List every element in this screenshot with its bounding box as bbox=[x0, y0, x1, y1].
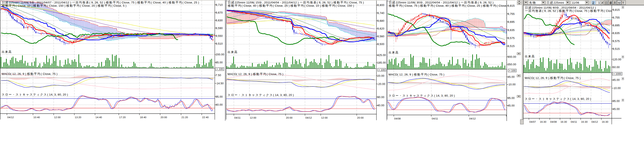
svg-text:× 100: × 100 bbox=[216, 68, 223, 70]
svg-text:04/11: 04/11 bbox=[571, 120, 577, 123]
svg-text:9,510: 9,510 bbox=[216, 42, 223, 45]
svg-text:04/12: 04/12 bbox=[592, 120, 598, 123]
svg-text:× 100: × 100 bbox=[509, 69, 516, 72]
svg-text:04/12: 04/12 bbox=[306, 116, 312, 119]
svg-text:-10.00: -10.00 bbox=[613, 87, 621, 90]
svg-text:7.50: 7.50 bbox=[216, 74, 221, 77]
svg-text:45.00: 45.00 bbox=[613, 78, 620, 82]
svg-text:MACD( 12, 26, 9 ) 移動平均( Close: MACD( 12, 26, 9 ) 移動平均( Close, 75 ) bbox=[2, 72, 58, 76]
svg-text:日: 日 bbox=[605, 1, 608, 4]
svg-text:スロー・ストキャスティクス( 14, 3, 80, 20 ): スロー・ストキャスティクス( 14, 3, 80, 20 ) bbox=[388, 94, 455, 97]
svg-text:× 100: × 100 bbox=[378, 68, 385, 71]
svg-text:120.00: 120.00 bbox=[613, 58, 621, 61]
svg-text:45.00: 45.00 bbox=[613, 108, 620, 111]
svg-text:9,755: 9,755 bbox=[508, 12, 515, 16]
svg-text:20:00: 20:00 bbox=[286, 116, 292, 119]
svg-text:出来高: 出来高 bbox=[388, 51, 399, 54]
svg-text:-10.00: -10.00 bbox=[508, 83, 516, 86]
svg-text:9,515: 9,515 bbox=[613, 48, 620, 50]
svg-text:85.00: 85.00 bbox=[216, 61, 223, 64]
svg-text:出来高: 出来高 bbox=[525, 55, 535, 58]
svg-text:04/08: 04/08 bbox=[394, 117, 401, 120]
svg-text:9,695: 9,695 bbox=[613, 24, 620, 27]
svg-text:10:40: 10:40 bbox=[34, 116, 40, 118]
svg-text:T: T bbox=[622, 1, 624, 4]
svg-text:-14.50: -14.50 bbox=[216, 82, 224, 85]
svg-text:MACD( 12, 26, 9 ) 移動平均( Close: MACD( 12, 26, 9 ) 移動平均( Close, 75 ) bbox=[525, 76, 581, 80]
svg-text:日経225mini 11/06( 15分, 2011/04/: 日経225mini 11/06( 15分, 2011/04/04 - 2011/… bbox=[228, 1, 364, 4]
svg-text:分: 分 bbox=[618, 1, 621, 4]
svg-text:50.00: 50.00 bbox=[613, 66, 620, 69]
svg-text:出来高: 出来高 bbox=[228, 50, 238, 54]
svg-text:9,560: 9,560 bbox=[378, 35, 384, 38]
svg-text:185.00: 185.00 bbox=[378, 61, 386, 64]
svg-text:9,635: 9,635 bbox=[613, 32, 620, 35]
svg-text:18:40: 18:40 bbox=[140, 116, 146, 118]
svg-text:9,695: 9,695 bbox=[508, 20, 515, 24]
svg-text:9,755: 9,755 bbox=[613, 16, 620, 19]
svg-text:17:20: 17:20 bbox=[119, 116, 126, 118]
svg-text:出来高: 出来高 bbox=[2, 50, 12, 54]
svg-text:20.00: 20.00 bbox=[378, 74, 384, 78]
svg-text:9,500: 9,500 bbox=[378, 43, 384, 46]
svg-text:14:40: 14:40 bbox=[96, 116, 102, 118]
svg-text:12:00: 12:00 bbox=[54, 116, 60, 118]
svg-text:先物: 先物 bbox=[529, 1, 536, 4]
svg-text:45.00: 45.00 bbox=[508, 76, 515, 78]
svg-text:350.00: 350.00 bbox=[508, 63, 516, 66]
svg-text:16:30: 16:30 bbox=[602, 120, 608, 123]
svg-text:9,575: 9,575 bbox=[613, 40, 620, 43]
svg-text:スロー・ストキャスティクス( 14, 3, 80, 20 ): スロー・ストキャスティクス( 14, 3, 80, 20 ) bbox=[228, 94, 294, 96]
svg-text:9,670: 9,670 bbox=[216, 11, 223, 14]
svg-text:40.00: 40.00 bbox=[378, 104, 384, 107]
svg-text:425.00: 425.00 bbox=[378, 54, 386, 57]
svg-text:日経225mini 11/06( 30分, 2011/04/: 日経225mini 11/06( 30分, 2011/04/04 - 2011/… bbox=[389, 1, 494, 4]
svg-text:95.00: 95.00 bbox=[508, 96, 515, 100]
svg-text:移動平均( Close, 40 ) 移動平均( Close: 移動平均( Close, 40 ) 移動平均( Close, 25 ) 移動平均… bbox=[228, 4, 354, 7]
svg-text:MACD( 12, 26, 9 ) 移動平均( Close: MACD( 12, 26, 9 ) 移動平均( Close, 75 ) bbox=[388, 73, 444, 76]
svg-text:1: 1 bbox=[598, 1, 600, 4]
svg-text:04/08: 04/08 bbox=[550, 120, 557, 123]
svg-text:20:00: 20:00 bbox=[357, 116, 364, 119]
svg-text:12:00: 12:00 bbox=[250, 116, 256, 119]
svg-text:16:30: 16:30 bbox=[540, 120, 546, 123]
svg-text:9,740: 9,740 bbox=[378, 12, 384, 15]
svg-text:9,515: 9,515 bbox=[508, 45, 515, 48]
svg-text:21:20: 21:20 bbox=[182, 116, 188, 118]
svg-text:90.00: 90.00 bbox=[378, 96, 384, 99]
svg-text:40.00: 40.00 bbox=[216, 103, 223, 106]
svg-text:日経225mini 11/06( 5分, 2011/04/0: 日経225mini 11/06( 5分, 2011/04/07 - 2011/0… bbox=[2, 1, 199, 4]
svg-text:16:30: 16:30 bbox=[581, 120, 588, 123]
svg-text:スロー・ストキャスティクス( 14, 3, 80, 20 ): スロー・ストキャスティクス( 14, 3, 80, 20 ) bbox=[2, 93, 68, 96]
svg-text:95.00: 95.00 bbox=[216, 95, 223, 98]
svg-text:9,800: 9,800 bbox=[378, 4, 384, 7]
svg-text:一目均衡表( 9, 26, 52 ) 移動平均( Clos: 一目均衡表( 9, 26, 52 ) 移動平均( Close, 75 ) 移動平… bbox=[525, 9, 619, 12]
svg-text:9,590: 9,590 bbox=[216, 27, 223, 30]
svg-text:16:30: 16:30 bbox=[560, 120, 567, 123]
svg-text:移動平均( Close, 10 ) 移動平均( Close: 移動平均( Close, 10 ) 移動平均( Close, 150 ) 移動平… bbox=[2, 4, 126, 7]
svg-text:45.00: 45.00 bbox=[508, 104, 515, 107]
svg-text:月: 月 bbox=[614, 1, 617, 4]
svg-text:04/11: 04/11 bbox=[432, 117, 438, 120]
svg-text:-20.00: -20.00 bbox=[378, 82, 385, 86]
svg-text:9,635: 9,635 bbox=[508, 29, 515, 32]
svg-text:9,630: 9,630 bbox=[216, 19, 223, 22]
svg-text:11/06: 11/06 bbox=[572, 1, 579, 4]
svg-text:× 1000: × 1000 bbox=[614, 72, 621, 75]
svg-text:04/11: 04/11 bbox=[234, 116, 240, 119]
svg-text:9,815: 9,815 bbox=[613, 8, 620, 12]
svg-text:95.00: 95.00 bbox=[613, 100, 620, 103]
svg-text:スロー・ストキャスティクス( 14, 3, 80, 20 ): スロー・ストキャスティクス( 14, 3, 80, 20 ) bbox=[525, 97, 591, 100]
svg-text:900.00: 900.00 bbox=[508, 56, 516, 58]
svg-text:12:00: 12:00 bbox=[321, 116, 328, 119]
svg-text:20:00: 20:00 bbox=[160, 116, 167, 118]
svg-text:MACD( 12, 26, 9 ) 移動平均( Close: MACD( 12, 26, 9 ) 移動平均( Close, 75 ) bbox=[228, 72, 284, 76]
svg-text:日経225mini: 日経225mini bbox=[546, 1, 564, 4]
svg-text:13:20: 13:20 bbox=[75, 116, 81, 118]
svg-text:週: 週 bbox=[609, 1, 612, 4]
svg-text:04/12: 04/12 bbox=[7, 116, 14, 118]
svg-text:04/12: 04/12 bbox=[469, 117, 476, 120]
svg-text:9,680: 9,680 bbox=[378, 20, 384, 22]
svg-text:04/07: 04/07 bbox=[529, 120, 536, 123]
svg-text:9,575: 9,575 bbox=[508, 37, 515, 40]
